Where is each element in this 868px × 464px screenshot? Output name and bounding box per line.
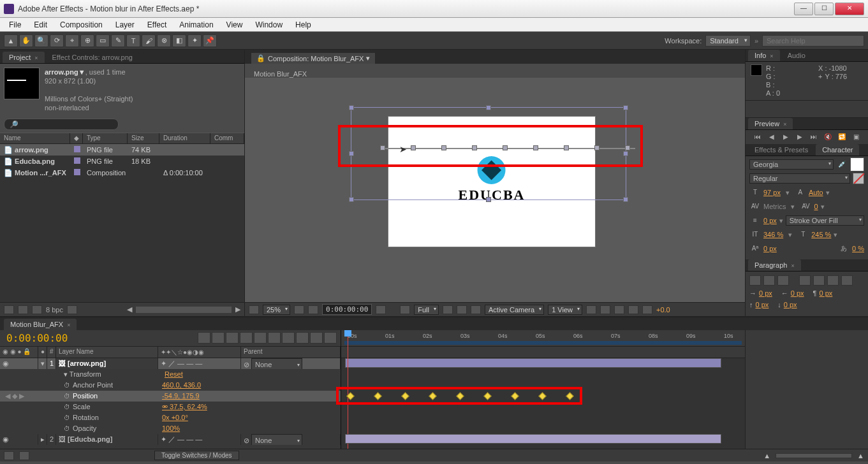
hscale-value[interactable]: 245 % [811,231,831,238]
new-folder-icon[interactable] [18,305,28,314]
col-type[interactable]: Type [83,133,128,143]
camera-dropdown[interactable]: Active Camera [485,305,544,315]
toggle-switches-button[interactable]: Toggle Switches / Modes [154,451,239,460]
fill-color[interactable] [850,157,864,171]
zoom-dropdown[interactable]: 25% [263,305,290,315]
arrow-layer-bounds[interactable] [351,107,626,200]
region-icon[interactable] [249,305,259,314]
leading-value[interactable]: Auto [809,189,823,196]
rotation-row[interactable]: ⏱Rotation 0x +0.0° [0,412,341,423]
project-row[interactable]: 📄 Motion ...r_AFXCompositionΔ 0:00:10:00 [0,167,244,178]
opacity-row[interactable]: ⏱Opacity 100% [0,423,341,434]
flowchart-icon[interactable] [628,305,638,314]
col-name[interactable]: Name [0,133,70,143]
baseline-value[interactable]: 0 px [763,245,777,252]
mute-icon[interactable]: 🔇 [823,133,833,141]
selection-tool-icon[interactable]: ▲ [4,34,18,47]
workspace-dropdown[interactable]: Standard [705,35,751,47]
shape-tool-icon[interactable]: ▭ [96,34,110,47]
camera-tool-icon[interactable]: ⌖ [65,34,79,47]
justify-right-icon[interactable] [827,275,839,286]
tl-btn-8[interactable] [296,332,309,344]
3d-icon[interactable] [457,305,467,314]
brush-tool-icon[interactable]: 🖌 [142,34,156,47]
playhead[interactable] [348,330,348,449]
roto-tool-icon[interactable]: ✦ [188,34,202,47]
tab-character[interactable]: Character [816,144,859,156]
vscale-value[interactable]: 346 % [763,231,783,238]
tab-effect-controls[interactable]: Effect Controls: arrow.png [46,52,139,63]
stroke-option-dropdown[interactable]: Stroke Over Fill [786,215,864,226]
layer-row-1[interactable]: ◉ ▾ 1 🖼 [arrow.png] ✦ ／ — — — ⊘ None [0,358,341,369]
grid-icon[interactable] [308,305,318,314]
tsume-value[interactable]: 0 % [852,245,864,252]
menu-animation[interactable]: Animation [173,18,219,31]
menu-help[interactable]: Help [289,18,318,31]
tab-paragraph[interactable]: Paragraph× [748,259,801,271]
col-duration[interactable]: Duration [159,133,210,143]
project-row[interactable]: 📄 arrow.pngPNG file74 KB [0,144,244,156]
tracking-value[interactable]: 0 [814,203,818,210]
menu-effect[interactable]: Effect [141,18,173,31]
font-style-dropdown[interactable]: Regular [749,173,850,184]
prev-frame-icon[interactable]: ◀ [767,133,777,141]
col-size[interactable]: Size [128,133,159,143]
position-row[interactable]: ◀ ◆ ▶ ⏱Position -54.9, 175.9 [0,391,341,402]
channel-icon[interactable] [400,305,410,314]
comp-dropdown[interactable]: 🔒 Composition: Motion Blur_AFX ▾ [251,53,375,64]
kerning-value[interactable]: Metrics [763,203,786,210]
composition-viewer[interactable]: EDUCBA ➤ [245,78,745,302]
scroll-left-icon[interactable]: ◀ [127,305,132,314]
first-frame-icon[interactable]: ⏮ [753,133,763,141]
justify-all-icon[interactable] [841,275,853,286]
next-frame-icon[interactable]: ▶ [795,133,805,141]
type-tool-icon[interactable]: T [126,34,140,47]
timeline-tab[interactable]: Motion Blur_AFX× [4,319,77,330]
justify-left-icon[interactable] [799,275,811,286]
tab-project[interactable]: Project× [3,52,45,63]
pixel-aspect-icon[interactable] [586,305,596,314]
new-comp-icon[interactable] [32,305,42,314]
align-left-icon[interactable] [749,275,761,286]
hand-tool-icon[interactable]: ✋ [19,34,33,47]
timeline-ruler[interactable]: 00s01s02s03s04s05s06s07s08s09s10s [341,330,745,347]
menu-view[interactable]: View [220,18,249,31]
reset-exposure-icon[interactable] [642,305,652,314]
anchor-row[interactable]: ⏱Anchor Point 460.0, 436.0 [0,380,341,391]
justify-center-icon[interactable] [813,275,825,286]
col-label-icon[interactable]: ◆ [70,133,83,143]
bpc-indicator[interactable]: 8 bpc [46,306,63,314]
scale-row[interactable]: ⏱Scale ⚮ 37.5, 62.4% [0,402,341,412]
tl-btn-1[interactable] [198,332,210,344]
tl-btn-4[interactable] [240,332,253,344]
quality-dropdown[interactable]: Full [414,305,439,315]
interpret-footage-icon[interactable] [4,305,14,314]
layer1-track-bar[interactable] [345,358,721,368]
font-size-value[interactable]: 97 px [763,189,781,196]
stroke-width-value[interactable]: 0 px [763,217,777,224]
align-right-icon[interactable] [777,275,789,286]
search-help-input[interactable] [762,35,864,47]
menu-layer[interactable]: Layer [109,18,141,31]
tab-preview[interactable]: Preview× [748,118,793,129]
comp-inner-tab[interactable]: Motion Blur_AFX [254,70,307,78]
viewer-timecode[interactable]: 0:00:00:00 [322,304,372,315]
tl-btn-5[interactable] [254,332,267,344]
col-comment[interactable]: Comm [210,133,244,143]
panbehind-tool-icon[interactable]: ⊕ [80,34,94,47]
menu-file[interactable]: File [3,18,27,31]
menu-window[interactable]: Window [249,18,289,31]
align-center-icon[interactable] [763,275,775,286]
project-search-input[interactable] [4,119,119,130]
resolution-icon[interactable] [294,305,304,314]
play-icon[interactable]: ▶ [781,133,791,141]
tl-btn-7[interactable] [282,332,295,344]
close-button[interactable]: ✕ [835,3,864,15]
loop-icon[interactable]: 🔁 [837,133,847,141]
menu-edit[interactable]: Edit [27,18,54,31]
tl-btn-2[interactable] [212,332,224,344]
project-row[interactable]: 📄 Educba.pngPNG file18 KB [0,156,244,167]
timeline-timecode[interactable]: 0:00:00:00 [0,332,74,344]
delete-icon[interactable] [67,305,77,314]
clone-tool-icon[interactable]: ⊗ [157,34,171,47]
